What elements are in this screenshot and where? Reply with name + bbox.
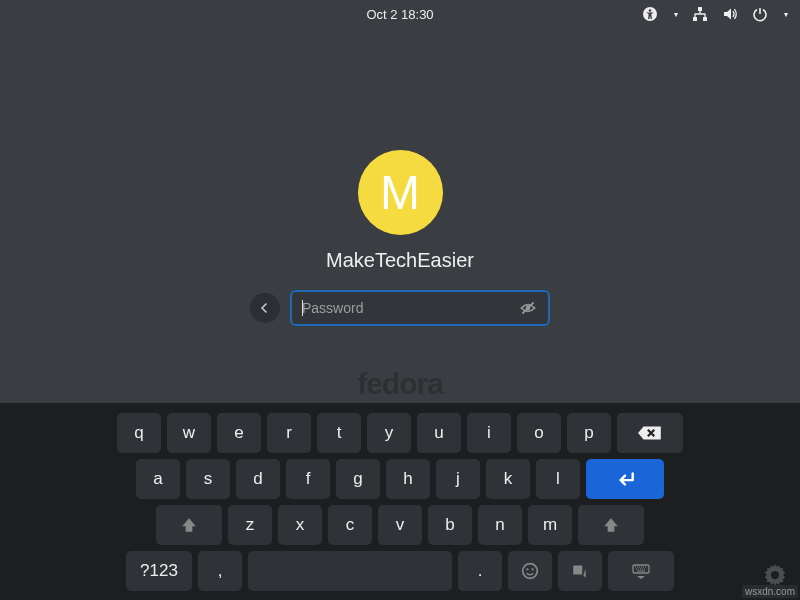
svg-rect-3: [693, 17, 697, 21]
svg-point-6: [523, 564, 538, 579]
key-hide-keyboard[interactable]: [608, 551, 674, 591]
key-y[interactable]: y: [367, 413, 411, 453]
key-w[interactable]: w: [167, 413, 211, 453]
key-z[interactable]: z: [228, 505, 272, 545]
key-shift[interactable]: [156, 505, 222, 545]
key-enter[interactable]: [586, 459, 664, 499]
key-u[interactable]: u: [417, 413, 461, 453]
key-v[interactable]: v: [378, 505, 422, 545]
key-r[interactable]: r: [267, 413, 311, 453]
accessibility-icon[interactable]: [642, 6, 658, 22]
toggle-password-visibility-icon[interactable]: [518, 298, 538, 318]
status-area[interactable]: ▾ ▾: [642, 6, 788, 22]
chevron-down-icon: ▾: [784, 10, 788, 19]
avatar-letter: M: [380, 165, 420, 220]
key-f[interactable]: f: [286, 459, 330, 499]
svg-point-1: [649, 9, 652, 12]
chevron-down-icon: ▾: [674, 10, 678, 19]
key-i[interactable]: i: [467, 413, 511, 453]
source-watermark: wsxdn.com: [742, 585, 798, 598]
key-language[interactable]: [558, 551, 602, 591]
key-j[interactable]: j: [436, 459, 480, 499]
key-x[interactable]: x: [278, 505, 322, 545]
key-d[interactable]: d: [236, 459, 280, 499]
top-bar: Oct 2 18:30 ▾ ▾: [0, 0, 800, 28]
avatar: M: [358, 150, 443, 235]
key-p[interactable]: p: [567, 413, 611, 453]
key-n[interactable]: n: [478, 505, 522, 545]
key-o[interactable]: o: [517, 413, 561, 453]
key-t[interactable]: t: [317, 413, 361, 453]
keyboard-row-1: q w e r t y u i o p: [10, 413, 790, 453]
password-row: [250, 290, 550, 326]
password-field-container: [290, 290, 550, 326]
key-g[interactable]: g: [336, 459, 380, 499]
on-screen-keyboard: q w e r t y u i o p a s d f g h j k l z …: [0, 403, 800, 600]
key-k[interactable]: k: [486, 459, 530, 499]
key-emoji[interactable]: [508, 551, 552, 591]
key-space[interactable]: [248, 551, 452, 591]
key-b[interactable]: b: [428, 505, 472, 545]
network-icon[interactable]: [692, 6, 708, 22]
clock[interactable]: Oct 2 18:30: [366, 7, 433, 22]
power-icon[interactable]: [752, 6, 768, 22]
svg-rect-2: [698, 7, 702, 11]
keyboard-row-2: a s d f g h j k l: [10, 459, 790, 499]
svg-point-8: [531, 568, 533, 570]
back-button[interactable]: [250, 293, 280, 323]
password-input[interactable]: [302, 300, 518, 316]
key-comma[interactable]: ,: [198, 551, 242, 591]
volume-icon[interactable]: [722, 6, 738, 22]
keyboard-row-3: z x c v b n m: [10, 505, 790, 545]
key-shift-right[interactable]: [578, 505, 644, 545]
key-a[interactable]: a: [136, 459, 180, 499]
key-e[interactable]: e: [217, 413, 261, 453]
text-cursor: [302, 300, 303, 316]
key-c[interactable]: c: [328, 505, 372, 545]
settings-icon[interactable]: [764, 564, 786, 586]
distro-watermark: fedora: [357, 367, 443, 401]
key-symbols[interactable]: ?123: [126, 551, 192, 591]
key-q[interactable]: q: [117, 413, 161, 453]
svg-rect-4: [703, 17, 707, 21]
key-h[interactable]: h: [386, 459, 430, 499]
key-m[interactable]: m: [528, 505, 572, 545]
svg-point-7: [526, 568, 528, 570]
keyboard-row-4: ?123 , .: [10, 551, 790, 591]
key-period[interactable]: .: [458, 551, 502, 591]
key-l[interactable]: l: [536, 459, 580, 499]
login-panel: M MakeTechEasier: [0, 150, 800, 326]
username-label: MakeTechEasier: [326, 249, 474, 272]
key-backspace[interactable]: [617, 413, 683, 453]
key-s[interactable]: s: [186, 459, 230, 499]
